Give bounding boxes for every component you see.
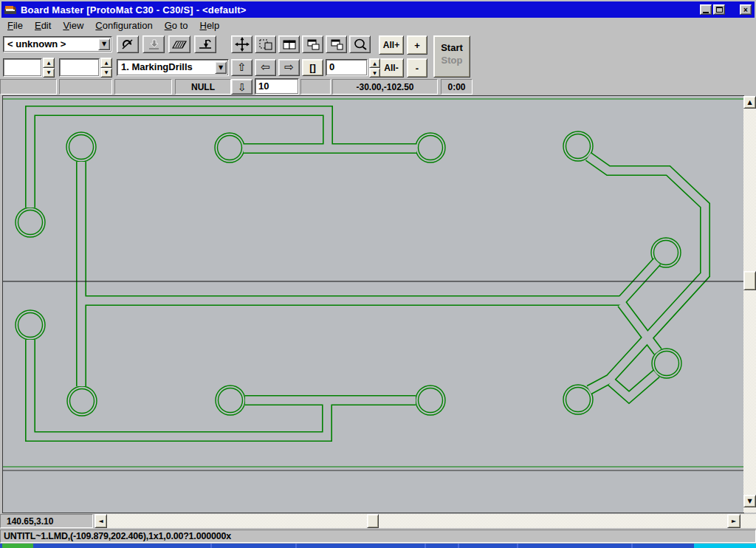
taskbar-divider bbox=[458, 544, 459, 548]
tile-windows-icon bbox=[282, 38, 297, 51]
status-cell-3 bbox=[114, 79, 172, 95]
brackets-button[interactable]: [] bbox=[302, 59, 323, 76]
restore-button[interactable] bbox=[713, 4, 725, 15]
taskbar-divider bbox=[295, 544, 297, 548]
cascade-view-2-button[interactable] bbox=[326, 35, 347, 53]
tile-view-button[interactable] bbox=[278, 35, 300, 53]
move-right-button[interactable]: ⇨ bbox=[278, 59, 300, 76]
status-cell-1 bbox=[0, 79, 57, 95]
position-value: -30.00,-102.50 bbox=[333, 82, 437, 92]
h-scroll-left-button[interactable]: ◄ bbox=[94, 514, 107, 528]
taskbar-divider bbox=[517, 544, 518, 548]
spin-down-icon: ▼ bbox=[47, 70, 51, 75]
cascade-windows-icon bbox=[306, 38, 320, 51]
v-scroll-up-button[interactable]: ▲ bbox=[743, 96, 756, 109]
select-area-button[interactable] bbox=[255, 35, 276, 53]
x-step-spinner: ▲ ▼ bbox=[43, 58, 55, 78]
head-select-value: < unknown > bbox=[4, 37, 111, 51]
menu-goto[interactable]: Go to bbox=[159, 18, 194, 32]
import-arrow-icon bbox=[145, 38, 162, 51]
all-minus-button[interactable]: All- bbox=[379, 58, 404, 78]
status-bar-text: UNTITL~1.LMD,(-109.879,202.406),1x1,0.00… bbox=[4, 531, 231, 541]
scroll-right-icon: ► bbox=[732, 518, 736, 524]
cascade-view-button[interactable] bbox=[302, 35, 323, 53]
zoom-tool-button[interactable] bbox=[349, 35, 371, 53]
repeat-count-spinner: ▲ ▼ bbox=[369, 58, 380, 78]
board-canvas[interactable] bbox=[2, 95, 744, 513]
step-size-value: 10 bbox=[255, 79, 298, 93]
menu-file[interactable]: File bbox=[1, 18, 29, 32]
menu-help[interactable]: Help bbox=[193, 18, 225, 32]
v-scroll-thumb[interactable] bbox=[743, 271, 756, 290]
import-button[interactable] bbox=[142, 35, 165, 53]
x-step-down-button[interactable]: ▼ bbox=[43, 68, 55, 78]
chevron-down-icon-2: ▼ bbox=[219, 65, 223, 71]
move-down-button[interactable]: ⇩ bbox=[231, 79, 252, 95]
taskbar-divider bbox=[631, 544, 633, 548]
pcb-svg[interactable] bbox=[3, 96, 743, 513]
move-tool-button[interactable] bbox=[231, 35, 252, 53]
menu-view[interactable]: View bbox=[57, 18, 89, 32]
v-scroll-down-button[interactable]: ▼ bbox=[743, 495, 756, 507]
app-icon bbox=[4, 4, 16, 15]
plus-label: + bbox=[414, 40, 420, 51]
start-label: Start bbox=[434, 42, 470, 53]
reset-head-button[interactable] bbox=[117, 35, 139, 53]
rotate-slash-icon bbox=[120, 38, 136, 51]
spin-up-icon-3: ▲ bbox=[373, 61, 377, 66]
all-plus-label: All+ bbox=[383, 40, 399, 50]
spin-down-icon-3: ▼ bbox=[373, 71, 377, 75]
close-button[interactable]: × bbox=[740, 4, 752, 15]
position-cell: -30.00,-102.50 bbox=[332, 79, 438, 95]
h-scroll-thumb[interactable] bbox=[367, 514, 379, 528]
menu-edit[interactable]: Edit bbox=[29, 18, 57, 32]
restore-icon bbox=[716, 7, 723, 13]
spin-up-icon-2: ▲ bbox=[105, 61, 109, 65]
start-stop-button[interactable]: Start Stop bbox=[433, 35, 470, 78]
repeat-down-button[interactable]: ▼ bbox=[369, 68, 380, 78]
head-select-combobox[interactable]: < unknown > ▼ bbox=[3, 36, 112, 52]
v-scrollbar[interactable]: ▲ ▼ bbox=[743, 96, 756, 513]
close-icon: × bbox=[743, 6, 748, 14]
taskbar-active-segment[interactable] bbox=[694, 544, 756, 548]
step-size-field[interactable]: 10 bbox=[255, 78, 299, 95]
plus-button[interactable]: + bbox=[407, 35, 427, 55]
phase-select-dropdown-button[interactable]: ▼ bbox=[215, 61, 227, 74]
taskbar-start-segment[interactable] bbox=[2, 544, 33, 548]
cursor-coords-value: 140.65,3.10 bbox=[1, 516, 92, 527]
h-scrollbar[interactable] bbox=[107, 514, 727, 528]
move-up-button[interactable]: ⇧ bbox=[231, 59, 252, 76]
x-step-up-button[interactable]: ▲ bbox=[43, 58, 55, 68]
head-select-dropdown-button[interactable]: ▼ bbox=[98, 38, 110, 50]
x-step-field[interactable] bbox=[3, 58, 42, 77]
all-minus-label: All- bbox=[384, 63, 398, 73]
taskbar-divider bbox=[210, 544, 212, 548]
rubout-area-button[interactable] bbox=[168, 35, 190, 53]
phase-select-combobox[interactable]: 1. MarkingDrills ▼ bbox=[117, 59, 229, 76]
repeat-up-button[interactable]: ▲ bbox=[369, 58, 380, 68]
window-title: Board Master [ProtoMat C30 - C30/S] - <d… bbox=[21, 4, 247, 16]
h-scroll-right-button[interactable]: ► bbox=[727, 514, 740, 528]
repeat-count-value: 0 bbox=[326, 60, 367, 74]
tool-status-cell: NULL bbox=[175, 79, 231, 95]
tool-depth-button[interactable] bbox=[194, 35, 216, 53]
cascade-windows-2-icon bbox=[329, 38, 344, 51]
y-step-up-button[interactable]: ▲ bbox=[100, 58, 112, 68]
move-cross-icon bbox=[235, 37, 250, 52]
selection-copy-icon bbox=[258, 38, 273, 51]
y-step-spinner: ▲ ▼ bbox=[100, 58, 112, 78]
all-plus-button[interactable]: All+ bbox=[379, 35, 404, 55]
taskbar-strip bbox=[0, 544, 756, 548]
y-step-down-button[interactable]: ▼ bbox=[100, 68, 112, 78]
y-step-field[interactable] bbox=[59, 58, 100, 77]
brackets-label: [] bbox=[309, 62, 316, 73]
minus-button[interactable]: - bbox=[407, 58, 427, 78]
move-left-button[interactable]: ⇦ bbox=[255, 59, 276, 76]
minimize-button[interactable] bbox=[700, 4, 712, 15]
time-value: 0:00 bbox=[441, 82, 472, 92]
menu-configuration[interactable]: Configuration bbox=[89, 18, 158, 32]
repeat-count-field[interactable]: 0 bbox=[326, 59, 368, 76]
title-bar[interactable]: Board Master [ProtoMat C30 - C30/S] - <d… bbox=[1, 1, 755, 18]
arrow-down-icon: ⇩ bbox=[238, 82, 247, 92]
plunge-depth-icon bbox=[197, 38, 213, 51]
